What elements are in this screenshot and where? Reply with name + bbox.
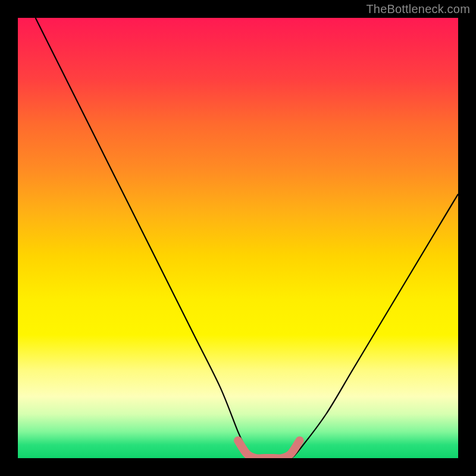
bottleneck-curve [36, 18, 458, 458]
flat-bottom-highlight [238, 440, 300, 458]
chart-overlay [18, 18, 458, 458]
chart-container: TheBottleneck.com [0, 0, 476, 476]
watermark-text: TheBottleneck.com [366, 2, 470, 16]
